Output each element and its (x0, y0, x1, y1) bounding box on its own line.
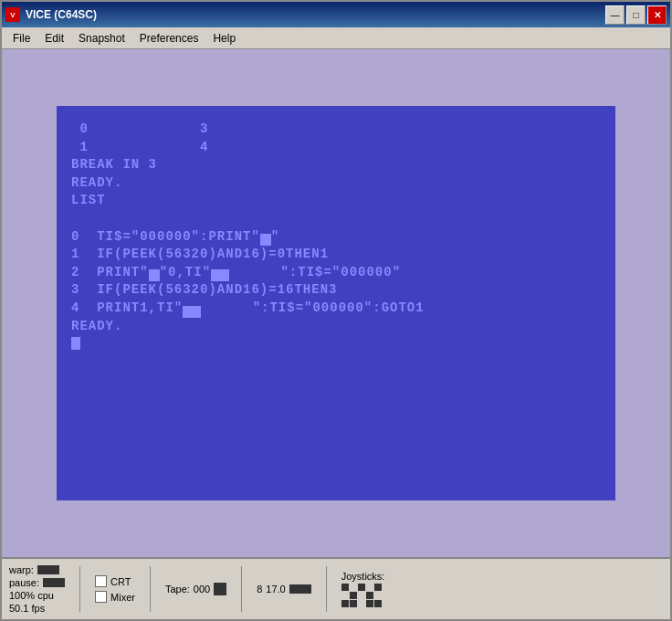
close-button[interactable]: ✕ (647, 5, 667, 25)
warp-row: warp: (9, 564, 65, 575)
joy-cell-10 (374, 592, 382, 599)
title-bar: V VICE (C64SC) — □ ✕ (2, 2, 670, 27)
separator-3 (241, 566, 242, 612)
separator-2 (150, 566, 151, 612)
c64-display-text: 0 3 1 4 BREAK IN 3 READY. LIST 0 TI$="00… (71, 121, 601, 353)
window-controls: — □ ✕ (605, 5, 667, 25)
cpu-label: 100% cpu (9, 590, 54, 601)
menu-bar: File Edit Snapshot Preferences Help (2, 27, 670, 49)
window-title: VICE (C64SC) (26, 8, 97, 21)
crt-label: CRT (110, 576, 131, 587)
minimize-button[interactable]: — (605, 5, 625, 25)
joystick-label-row: Joysticks: (341, 571, 385, 582)
warp-label: warp: (9, 564, 34, 575)
tape-value: 000 (194, 584, 210, 595)
menu-help[interactable]: Help (205, 30, 243, 47)
speed-label: 8 (257, 584, 262, 595)
main-window: V VICE (C64SC) — □ ✕ File Edit Snapshot … (0, 0, 672, 621)
status-bar: warp: pause: 100% cpu 50.1 fps CRT (2, 557, 670, 619)
joy-cell-14 (366, 600, 373, 607)
joysticks-label: Joysticks: (341, 571, 385, 582)
mixer-label: Mixer (110, 592, 135, 603)
joy-cell-4 (366, 584, 373, 591)
pause-row: pause: (9, 577, 65, 588)
menu-file[interactable]: File (5, 30, 37, 47)
speed-indicator (289, 584, 311, 594)
pause-label: pause: (9, 577, 39, 588)
maximize-button[interactable]: □ (626, 5, 646, 25)
joy-cell-9 (366, 592, 373, 599)
mixer-checkbox[interactable] (95, 591, 107, 603)
speed-value: 17.0 (266, 584, 285, 595)
joy-cell-7 (350, 592, 357, 599)
joy-cell-11 (341, 600, 349, 607)
app-icon-text: V (10, 11, 15, 19)
cpu-row: 100% cpu (9, 590, 65, 601)
menu-edit[interactable]: Edit (37, 30, 71, 47)
pause-indicator (43, 578, 65, 587)
joy-cell-2 (350, 584, 357, 591)
speed-row: 8 17.0 (257, 584, 311, 595)
tape-label: Tape: (165, 584, 190, 595)
speed-section: 8 17.0 (257, 584, 311, 595)
warp-indicator (37, 565, 59, 574)
joy-cell-3 (358, 584, 365, 591)
joy-cell-13 (358, 600, 365, 607)
separator-4 (326, 566, 327, 612)
crt-row: CRT (95, 575, 135, 587)
c64-screen[interactable]: 0 3 1 4 BREAK IN 3 READY. LIST 0 TI$="00… (57, 106, 615, 500)
joystick-grid (341, 584, 385, 607)
tape-indicator (214, 583, 226, 595)
crt-checkbox[interactable] (95, 575, 107, 587)
joy-cell-15 (374, 600, 382, 607)
title-bar-left: V VICE (C64SC) (5, 7, 97, 22)
fps-label: 50.1 fps (9, 603, 45, 614)
joy-cell-1 (341, 584, 349, 591)
joy-cell-8 (358, 592, 365, 599)
mixer-row: Mixer (95, 591, 135, 603)
separator-1 (79, 566, 80, 612)
content-area: 0 3 1 4 BREAK IN 3 READY. LIST 0 TI$="00… (2, 49, 670, 557)
joy-cell-5 (374, 584, 382, 591)
checkbox-section: CRT Mixer (95, 575, 135, 603)
tape-row: Tape: 000 (165, 583, 226, 595)
fps-row: 50.1 fps (9, 603, 65, 614)
menu-snapshot[interactable]: Snapshot (71, 30, 132, 47)
joystick-section: Joysticks: (341, 571, 385, 607)
joy-cell-12 (350, 600, 357, 607)
app-icon: V (5, 7, 20, 22)
menu-preferences[interactable]: Preferences (132, 30, 206, 47)
tape-section: Tape: 000 (165, 583, 226, 595)
joy-cell-6 (341, 592, 349, 599)
warp-pause-section: warp: pause: 100% cpu 50.1 fps (9, 564, 65, 614)
